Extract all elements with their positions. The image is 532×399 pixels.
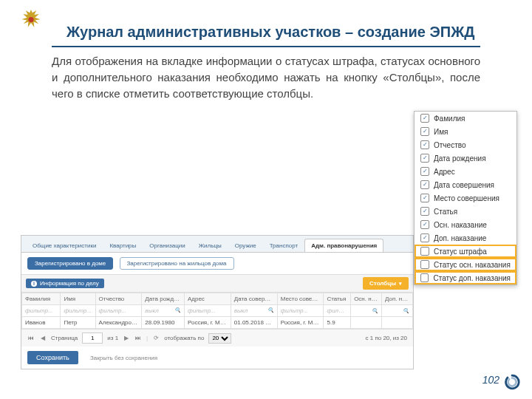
page-title: Журнал административных участков – созда…	[66, 24, 474, 41]
filter-cell[interactable]: фильтр...	[95, 305, 142, 317]
checkbox-icon[interactable]	[420, 233, 429, 242]
instruction-paragraph: Для отображения на вкладке информации о …	[52, 53, 480, 101]
table-header-row: ФамилияИмяОтчествоДата рожденияАдресДата…	[22, 293, 413, 305]
page-number: 102	[482, 374, 499, 386]
columns-popup-item[interactable]: Статус штрафа	[415, 245, 516, 258]
columns-popup-item[interactable]: Отчество	[415, 138, 516, 151]
main-tab[interactable]: Квартиры	[103, 239, 143, 252]
table-row[interactable]: Иванов Петр Александрович 28.09.1980 Рос…	[22, 317, 413, 329]
columns-popup-item[interactable]: Доп. наказание	[415, 231, 516, 245]
columns-popup-item[interactable]: Статус доп. наказания	[415, 271, 516, 284]
subtab-registered-residents[interactable]: Зарегистрировано на жильцов дома	[120, 257, 234, 270]
filter-cell[interactable]: 🔍	[382, 305, 413, 317]
columns-popup-label: Доп. наказание	[434, 234, 486, 242]
columns-popup-label: Отчество	[434, 141, 466, 149]
checkbox-icon[interactable]	[420, 247, 429, 256]
cell-fam: Иванов	[22, 317, 61, 329]
cell-dop	[382, 317, 413, 329]
info-icon: i	[31, 281, 37, 287]
pager-next-icon[interactable]: ▶	[123, 335, 130, 341]
cell-addr: Россия, г. Мос...	[184, 317, 231, 329]
col-header[interactable]: Место соверш...	[277, 293, 324, 305]
filter-cell[interactable]: 🔍	[351, 305, 382, 317]
columns-popup-item[interactable]: Осн. наказание	[415, 218, 516, 231]
app-screenshot: Общие характеристикиКвартирыОрганизацииЖ…	[21, 235, 414, 369]
table-filter-row: фильтр...фильтр...фильтр...выкл🔍фильтр..…	[22, 305, 413, 317]
checkbox-icon[interactable]	[420, 114, 429, 123]
columns-popup-label: Статья	[434, 208, 457, 216]
checkbox-icon[interactable]	[420, 154, 429, 163]
columns-popup-label: Статус доп. наказания	[433, 274, 511, 282]
main-tab[interactable]: Адм. правонарушения	[304, 239, 383, 252]
col-header[interactable]: Адрес	[184, 293, 231, 305]
checkbox-icon[interactable]	[420, 260, 429, 269]
main-tabs: Общие характеристикиКвартирыОрганизацииЖ…	[21, 236, 413, 252]
case-info-button[interactable]: i Информация по делу	[26, 279, 104, 288]
filter-cell[interactable]: фильтр...	[324, 305, 351, 317]
checkbox-icon[interactable]	[420, 140, 429, 149]
pager: ⏮ ◀ Страница из 1 ▶ ⏭ | ⟳ отображать по …	[21, 329, 413, 347]
columns-popup-label: Фамилия	[434, 115, 465, 123]
main-tab[interactable]: Жильцы	[192, 239, 228, 252]
col-header[interactable]: Дата рождения	[142, 293, 185, 305]
col-header[interactable]: Статья	[324, 293, 351, 305]
mvd-emblem-icon	[18, 7, 44, 34]
columns-popup-label: Осн. наказание	[434, 221, 487, 229]
pager-show-label: отображать по	[164, 335, 204, 341]
filter-cell[interactable]: фильтр...	[61, 305, 95, 317]
col-header[interactable]: Фамилия	[22, 293, 61, 305]
filter-cell[interactable]: фильтр...	[184, 305, 231, 317]
cell-art: 5.9	[324, 317, 351, 329]
columns-button[interactable]: Столбцы ▾	[363, 277, 409, 290]
main-tab[interactable]: Оружие	[228, 239, 263, 252]
pager-page-label: Страница	[51, 335, 78, 341]
checkbox-icon[interactable]	[420, 167, 429, 176]
footer-bar: Сохранить Закрыть без сохранения	[21, 347, 413, 369]
checkbox-icon[interactable]	[420, 180, 429, 189]
pager-first-icon[interactable]: ⏮	[27, 335, 35, 341]
subtab-registered-house[interactable]: Зарегистрировано в доме	[27, 257, 113, 270]
filter-cell[interactable]: выкл🔍	[231, 305, 277, 317]
col-header[interactable]: Осн. наказание	[351, 293, 382, 305]
columns-popup-item[interactable]: Дата совершения	[415, 178, 516, 191]
close-without-save-link[interactable]: Закрыть без сохранения	[90, 355, 157, 361]
columns-popup-label: Дата рождения	[434, 154, 486, 163]
main-tab[interactable]: Транспорт	[263, 239, 304, 252]
title-rule	[52, 46, 480, 47]
columns-popup-label: Адрес	[434, 168, 455, 176]
pager-refresh-icon[interactable]: ⟳	[152, 335, 160, 341]
decor-swirl-icon	[504, 374, 520, 390]
checkbox-icon[interactable]	[420, 127, 429, 136]
sub-tabs: Зарегистрировано в доме Зарегистрировано…	[21, 252, 413, 274]
columns-popup-item[interactable]: Адрес	[415, 165, 516, 178]
filter-cell[interactable]: фильтр...	[277, 305, 324, 317]
columns-popup-item[interactable]: Статус осн. наказания	[415, 258, 516, 271]
main-tab[interactable]: Общие характеристики	[26, 239, 103, 252]
columns-popup-item[interactable]: Имя	[415, 125, 516, 138]
cell-date: 01.05.2018 12:...	[231, 317, 277, 329]
filter-cell[interactable]: выкл🔍	[142, 305, 185, 317]
col-header[interactable]: Имя	[61, 293, 95, 305]
checkbox-icon[interactable]	[420, 194, 429, 202]
col-header[interactable]: Дата соверше...	[231, 293, 277, 305]
columns-popup-item[interactable]: Место совершения	[415, 191, 516, 205]
col-header[interactable]: Отчество	[95, 293, 142, 305]
pager-last-icon[interactable]: ⏭	[134, 335, 142, 341]
columns-popup-label: Дата совершения	[434, 181, 494, 189]
checkbox-icon[interactable]	[420, 273, 429, 282]
columns-popup-item[interactable]: Статья	[415, 205, 516, 218]
save-button[interactable]: Сохранить	[27, 351, 78, 364]
pager-page-input[interactable]	[82, 332, 103, 344]
col-header[interactable]: Доп. наказание	[382, 293, 413, 305]
main-tab[interactable]: Организации	[143, 239, 191, 252]
cell-place: Россия, г. Мос...	[277, 317, 324, 329]
checkbox-icon[interactable]	[420, 220, 429, 229]
columns-button-label: Столбцы	[369, 280, 396, 287]
checkbox-icon[interactable]	[420, 207, 429, 216]
pager-perpage-select[interactable]: 20	[208, 333, 231, 344]
pager-prev-icon[interactable]: ◀	[39, 335, 47, 341]
columns-popup-item[interactable]: Фамилия	[415, 112, 516, 125]
columns-popup-item[interactable]: Дата рождения	[415, 151, 516, 165]
pager-of-label: из 1	[107, 335, 118, 341]
filter-cell[interactable]: фильтр...	[22, 305, 61, 317]
